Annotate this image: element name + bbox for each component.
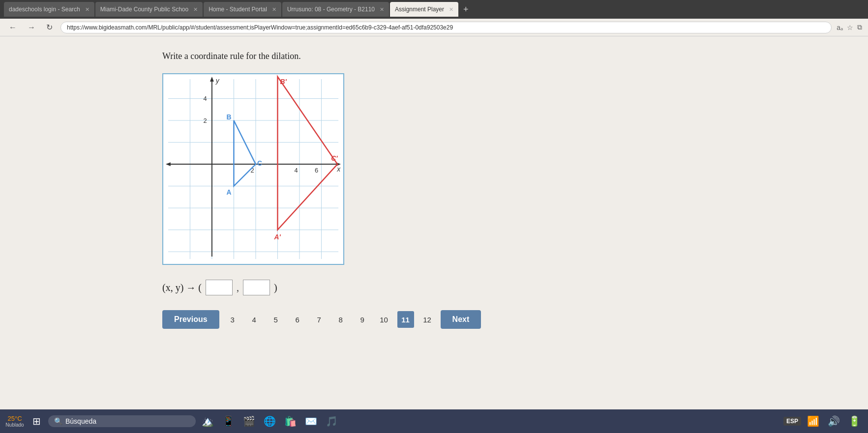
label-C: C	[257, 159, 262, 167]
main-content: Write a coordinate rule for the dilation…	[0, 36, 868, 430]
formula-input-y[interactable]	[243, 280, 270, 295]
y-tick-2: 2	[203, 117, 207, 124]
next-button[interactable]: Next	[441, 310, 481, 329]
navigation-row: Previous 3 4 5 6 7 8 9 10 11 12 Next	[162, 310, 848, 329]
taskbar-app-music[interactable]: 🎵	[323, 412, 340, 430]
temperature-display: 25°C	[7, 415, 22, 422]
tab-urrusuno[interactable]: Urrusuno: 08 - Geometry - B2110 ✕	[282, 2, 389, 17]
page-num-7[interactable]: 7	[311, 311, 328, 328]
tab-label: Urrusuno: 08 - Geometry - B2110	[287, 6, 375, 13]
taskbar: 25°C Nublado ⊞ 🔍 Búsqueda 🏔️ 📱 🎬 🌐 🛍️ ✉️…	[0, 409, 868, 433]
page-num-5[interactable]: 5	[268, 311, 284, 328]
y-axis-label: y	[215, 77, 220, 85]
address-bar: ← → ↻ aₐ ☆ ⧉	[0, 19, 868, 36]
svg-marker-19	[166, 162, 171, 166]
label-B: B	[227, 113, 232, 121]
url-input[interactable]	[60, 22, 832, 33]
tab-close-icon[interactable]: ✕	[380, 6, 384, 13]
taskbar-app-store[interactable]: 🛍️	[281, 412, 299, 430]
tab-label: Assignment Player	[395, 6, 444, 13]
weather-widget[interactable]: 25°C Nublado	[5, 415, 25, 428]
coordinate-graph: y x 2 4 6 2 4 B C A	[163, 74, 343, 264]
page-num-8[interactable]: 8	[332, 311, 349, 328]
formula-prefix: (x, y) → (	[162, 282, 202, 293]
tab-assignment-player[interactable]: Assignment Player ✕	[390, 2, 458, 17]
search-icon: 🔍	[54, 417, 62, 425]
battery-icon[interactable]: 🔋	[845, 412, 863, 430]
formula-row: (x, y) → ( , )	[162, 280, 848, 295]
tab-close-icon[interactable]: ✕	[449, 6, 453, 13]
weather-condition: Nublado	[5, 422, 24, 428]
previous-button[interactable]: Previous	[162, 310, 219, 329]
label-B-prime: B'	[280, 78, 287, 86]
taskbar-search-box[interactable]: 🔍 Búsqueda	[48, 415, 196, 427]
page-num-4[interactable]: 4	[246, 311, 263, 328]
graph-container: y x 2 4 6 2 4 B C A	[162, 73, 344, 265]
tab-label: Miami-Dade County Public Schoo	[100, 6, 188, 13]
tab-close-icon[interactable]: ✕	[193, 6, 198, 13]
volume-icon[interactable]: 🔊	[825, 412, 842, 430]
formula-suffix: )	[274, 282, 277, 293]
x-tick-6: 6	[315, 167, 318, 174]
page-num-6[interactable]: 6	[289, 311, 306, 328]
question-text: Write a coordinate rule for the dilation…	[162, 51, 848, 61]
windows-start-button[interactable]: ⊞	[28, 412, 45, 430]
tab-dadeschools[interactable]: dadeschools login - Search ✕	[4, 2, 94, 17]
taskbar-right: ESP 📶 🔊 🔋	[783, 412, 863, 430]
formula-comma: ,	[237, 282, 239, 293]
new-tab-button[interactable]: +	[459, 4, 473, 15]
back-button[interactable]: ←	[6, 22, 20, 33]
taskbar-app-mountain[interactable]: 🏔️	[199, 412, 216, 430]
label-A-prime: A'	[274, 233, 281, 241]
label-A: A	[227, 188, 232, 196]
x-axis-label: x	[336, 165, 341, 173]
reader-mode-icon[interactable]: aₐ	[837, 24, 843, 31]
tab-home-portal[interactable]: Home - Student Portal ✕	[204, 2, 281, 17]
x-tick-4: 4	[294, 167, 298, 174]
y-tick-4: 4	[203, 95, 207, 103]
search-label: Búsqueda	[65, 417, 96, 425]
address-actions: aₐ ☆ ⧉	[837, 23, 862, 31]
formula-input-x[interactable]	[206, 280, 233, 295]
reload-button[interactable]: ↻	[43, 22, 56, 33]
split-view-icon[interactable]: ⧉	[857, 23, 862, 31]
taskbar-app-video[interactable]: 🎬	[240, 412, 258, 430]
label-C-prime: C'	[331, 154, 338, 162]
tab-bar: dadeschools login - Search ✕ Miami-Dade …	[0, 0, 868, 19]
page-num-12[interactable]: 12	[419, 311, 436, 328]
taskbar-app-phone[interactable]: 📱	[219, 412, 237, 430]
tab-close-icon[interactable]: ✕	[272, 6, 276, 13]
page-num-11[interactable]: 11	[397, 311, 414, 328]
favorites-icon[interactable]: ☆	[847, 24, 853, 31]
language-indicator[interactable]: ESP	[783, 417, 801, 426]
network-icon[interactable]: 📶	[804, 412, 822, 430]
svg-marker-20	[234, 120, 256, 186]
tab-miamidade[interactable]: Miami-Dade County Public Schoo ✕	[95, 2, 203, 17]
page-num-9[interactable]: 9	[354, 311, 371, 328]
browser-chrome: dadeschools login - Search ✕ Miami-Dade …	[0, 0, 868, 36]
taskbar-app-browser[interactable]: 🌐	[261, 412, 278, 430]
svg-marker-18	[210, 77, 214, 82]
forward-button[interactable]: →	[25, 22, 38, 33]
taskbar-app-mail[interactable]: ✉️	[302, 412, 320, 430]
tab-label: dadeschools login - Search	[9, 6, 80, 13]
page-num-3[interactable]: 3	[224, 311, 241, 328]
svg-marker-21	[277, 77, 337, 230]
page-num-10[interactable]: 10	[376, 311, 392, 328]
tab-label: Home - Student Portal	[209, 6, 267, 13]
tab-close-icon[interactable]: ✕	[85, 6, 90, 13]
